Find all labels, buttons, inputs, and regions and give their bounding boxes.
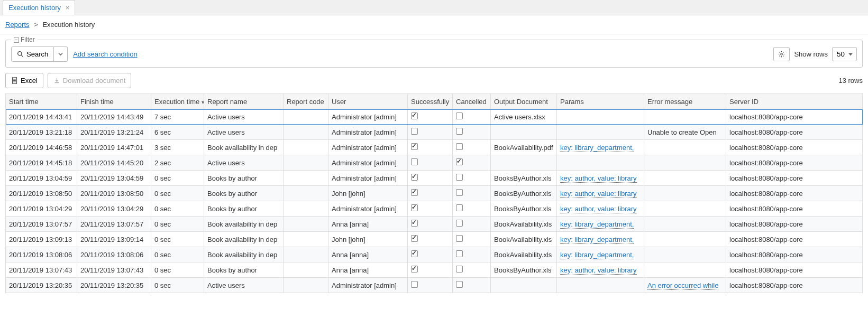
add-search-condition-link[interactable]: Add search condition [73,50,137,58]
cell-finish: 20/11/2019 13:07:57 [77,217,151,232]
cell-finish: 20/11/2019 13:08:06 [77,247,151,262]
cell-finish: 20/11/2019 13:04:29 [77,201,151,217]
search-button[interactable]: Search [11,46,54,62]
cell-code [284,125,328,140]
cell-exec: 0 sec [151,186,204,201]
excel-button[interactable]: Excel [5,73,43,88]
table-row[interactable]: 20/11/2019 13:09:1320/11/2019 13:09:140 … [6,232,863,247]
cell-srv: localhost:8080/app-core [726,247,863,262]
cell-err [644,140,726,155]
params-link[interactable]: key: author, value: library [560,205,637,213]
table-row[interactable]: 20/11/2019 14:46:5820/11/2019 14:47:013 … [6,140,863,155]
cell-finish: 20/11/2019 13:07:43 [77,262,151,278]
params-link[interactable]: key: library_department, [560,220,634,229]
cell-start: 20/11/2019 13:09:13 [6,232,77,247]
cell-exec: 0 sec [151,201,204,217]
filter-legend[interactable]: −Filter [11,36,38,43]
params-link[interactable]: key: author, value: library [560,190,637,198]
checkbox-icon [456,174,463,181]
cell-code [284,201,328,217]
checkbox-icon [411,220,418,227]
table-row[interactable]: 20/11/2019 13:08:0620/11/2019 13:08:060 … [6,247,863,262]
checkbox-icon [411,174,418,181]
params-link[interactable]: key: author, value: library [560,266,637,275]
err-link[interactable]: An error occurred while [647,281,718,290]
cell-name: Book availability in dep [204,140,284,155]
settings-button[interactable] [773,47,790,61]
cell-name: Books by author [204,262,284,278]
svg-point-2 [781,53,783,55]
download-icon [53,77,60,84]
table-row[interactable]: 20/11/2019 13:07:4320/11/2019 13:07:430 … [6,262,863,278]
cell-err [644,186,726,201]
cell-user: Anna [anna] [328,247,408,262]
col-header-start[interactable]: Start time [6,94,77,109]
cell-user: Administrator [admin] [328,201,408,217]
cell-params: key: author, value: library [557,201,644,217]
cell-exec: 7 sec [151,109,204,125]
tab-execution-history[interactable]: Execution history × [3,0,75,15]
download-document-button[interactable]: Download document [48,73,132,88]
table-row[interactable]: 20/11/2019 13:20:3520/11/2019 13:20:350 … [6,278,863,293]
breadcrumb-separator: > [34,21,38,29]
params-link[interactable]: key: library_department, [560,144,634,152]
cell-name: Active users [204,125,284,140]
params-link[interactable]: key: library_department, [560,251,634,259]
cell-user: Administrator [admin] [328,109,408,125]
col-header-canc[interactable]: Cancelled [453,94,491,109]
table-row[interactable]: 20/11/2019 13:21:1820/11/2019 13:21:246 … [6,125,863,140]
tab-bar: Execution history × [0,0,868,15]
checkbox-icon [456,250,463,257]
cell-srv: localhost:8080/app-core [726,232,863,247]
cell-succ [408,217,453,232]
params-link[interactable]: key: library_department, [560,236,634,244]
collapse-icon[interactable]: − [14,37,19,43]
cell-params: key: library_department, [557,217,644,232]
col-header-params[interactable]: Params [557,94,644,109]
checkbox-icon [411,112,418,119]
search-dropdown-button[interactable] [54,46,68,62]
close-icon[interactable]: × [66,4,70,12]
cell-succ [408,262,453,278]
cell-code [284,140,328,155]
breadcrumb-root[interactable]: Reports [5,21,30,29]
checkbox-icon [411,250,418,257]
chevron-down-icon [58,52,63,57]
cell-exec: 6 sec [151,125,204,140]
table-row[interactable]: 20/11/2019 13:07:5720/11/2019 13:07:570 … [6,217,863,232]
col-header-name[interactable]: Report name [204,94,284,109]
col-header-exec[interactable]: Execution time▼ [151,94,204,109]
col-header-finish[interactable]: Finish time [77,94,151,109]
svg-point-0 [18,52,22,55]
cell-name: Books by author [204,171,284,186]
table-row[interactable]: 20/11/2019 13:04:5920/11/2019 13:04:590 … [6,171,863,186]
cell-name: Active users [204,155,284,171]
table-row[interactable]: 20/11/2019 13:04:2920/11/2019 13:04:290 … [6,201,863,217]
cell-start: 20/11/2019 13:07:57 [6,217,77,232]
checkbox-icon [456,266,463,273]
col-header-code[interactable]: Report code [284,94,328,109]
table-row[interactable]: 20/11/2019 13:08:5020/11/2019 13:08:500 … [6,186,863,201]
table-row[interactable]: 20/11/2019 14:45:1820/11/2019 14:45:202 … [6,155,863,171]
table-row[interactable]: 20/11/2019 14:43:4120/11/2019 14:43:497 … [6,109,863,125]
breadcrumb-current: Execution history [42,21,95,29]
cell-out: BookAvailability.pdf [491,140,557,155]
params-link[interactable]: key: author, value: library [560,174,637,183]
col-header-err[interactable]: Error message [644,94,726,109]
checkbox-icon [456,112,463,119]
cell-out: BookAvailability.xls [491,232,557,247]
show-rows-select[interactable]: 50 [832,47,857,61]
cell-canc [453,232,491,247]
cell-err [644,109,726,125]
cell-err [644,201,726,217]
cell-out: BooksByAuthor.xls [491,201,557,217]
cell-succ [408,186,453,201]
col-header-succ[interactable]: Successfully [408,94,453,109]
cell-canc [453,171,491,186]
cell-name: Book availability in dep [204,217,284,232]
col-header-srv[interactable]: Server ID [726,94,863,109]
col-header-user[interactable]: User [328,94,408,109]
cell-exec: 0 sec [151,262,204,278]
col-header-out[interactable]: Output Document [491,94,557,109]
cell-succ [408,171,453,186]
